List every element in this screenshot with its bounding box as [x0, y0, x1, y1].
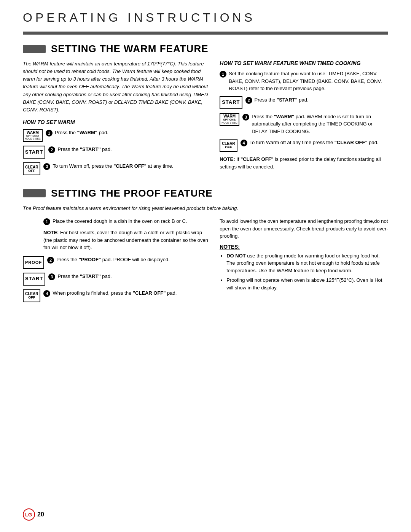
proof-note-1-text: DO NOT use the proofing mode for warming…	[226, 253, 380, 273]
timed-step-number-4: 4	[241, 140, 247, 146]
proof-notes-heading: NOTES:	[220, 244, 388, 250]
timed-step-number-2: 2	[245, 97, 252, 104]
warm-heading-bar	[23, 45, 46, 53]
proof-step-number-3: 3	[48, 273, 55, 280]
warm-col-right: HOW TO SET WARM FEATURE WHEN TIMED COOKI…	[220, 60, 388, 179]
page-title: OPERATING INSTRUCTIONS	[23, 11, 388, 25]
proof-step-4: CLEAR OFF 4 When proofing is finished, p…	[23, 289, 208, 302]
proof-note-2: Proofing will not operate when oven is a…	[226, 276, 388, 291]
warm-heading-text: SETTING THE WARM FEATURE	[51, 43, 209, 55]
warm-timed-step-3: WARM OPTIONS: HOLD 3 SEC 3 Press the "WA…	[220, 113, 388, 135]
step-number-1: 1	[46, 130, 53, 137]
warm-timed-step-2-content: 2 Press the "START" pad.	[245, 96, 388, 104]
warm-section-heading: SETTING THE WARM FEATURE	[23, 43, 388, 55]
step-number-2: 2	[48, 146, 55, 153]
proof-step-4-text: When proofing is finished, press the "CL…	[53, 289, 208, 297]
start-pad-button-3: START	[23, 273, 45, 286]
start-pad-button-2: START	[220, 96, 242, 109]
lg-logo: LG	[23, 508, 35, 521]
header-bar	[23, 32, 388, 35]
proof-two-col: 1 Place the covered dough in a dish in t…	[23, 218, 388, 306]
proof-step-1: 1 Place the covered dough in a dish in t…	[23, 218, 208, 225]
proof-step-number-1: 1	[43, 218, 50, 225]
proof-section-heading: SETTING THE PROOF FEATURE	[23, 187, 388, 199]
warm-timed-step-2-text: Press the "START" pad.	[255, 96, 388, 104]
warm-step-2-text: Press the "START" pad.	[57, 146, 208, 153]
clear-pad-button-2: CLEAR OFF	[220, 139, 237, 152]
warm-step-1-content: 1 Press the "WARM" pad.	[46, 129, 208, 137]
proof-notes-list: DO NOT use the proofing mode for warming…	[220, 252, 388, 292]
proof-right-text: To avoid lowering the oven temperature a…	[220, 218, 388, 240]
warm-timed-step-4-text: To turn Warm off at any time press the "…	[250, 139, 388, 146]
proof-step-3-text: Press the "START" pad.	[57, 273, 208, 280]
warm-step-1: WARM OPTIONS: HOLD 3 SEC 1 Press the "WA…	[23, 129, 208, 142]
warm-note: NOTE: If "CLEAR OFF" is pressed prior to…	[220, 156, 388, 170]
warm-timed-step-1-content: 1 Set the cooking feature that you want …	[220, 70, 388, 92]
warm-intro: The WARM feature will maintain an oven t…	[23, 60, 208, 114]
warm-timed-step-2: START 2 Press the "START" pad.	[220, 96, 388, 109]
proof-step-1-content: 1 Place the covered dough in a dish in t…	[43, 218, 208, 225]
warm-step-2: START 2 Press the "START" pad.	[23, 146, 208, 159]
warm-timed-step-1-text: Set the cooking feature that you want to…	[229, 70, 388, 92]
warm-step-1-text: Press the "WARM" pad.	[55, 129, 208, 137]
proof-note-1: DO NOT use the proofing mode for warming…	[226, 252, 388, 275]
warm-timed-heading: HOW TO SET WARM FEATURE WHEN TIMED COOKI…	[220, 60, 388, 66]
proof-step-2: PROOF 2 Press the "PROOF" pad. PROOF wil…	[23, 256, 208, 269]
proof-step-number-2: 2	[47, 257, 54, 264]
proof-step-number-4: 4	[43, 290, 50, 297]
warm-step-3-content: 3 To turn Warm off, press the "CLEAR OFF…	[43, 162, 208, 170]
proof-step-3-content: 3 Press the "START" pad.	[48, 273, 208, 280]
warm-two-col: The WARM feature will maintain an oven t…	[23, 60, 388, 179]
clear-pad-button-3: CLEAR OFF	[23, 289, 40, 302]
proof-col-left: 1 Place the covered dough in a dish in t…	[23, 218, 208, 306]
proof-note-2-text: Proofing will not operate when oven is a…	[226, 277, 382, 291]
proof-col-right: To avoid lowering the oven temperature a…	[220, 218, 388, 306]
proof-heading-bar	[23, 189, 46, 197]
start-pad-button-1: START	[23, 146, 45, 159]
warm-pad-button-1: WARM OPTIONS: HOLD 3 SEC	[23, 129, 43, 142]
proof-pad-button: PROOF	[23, 256, 44, 269]
timed-step-number-3: 3	[242, 114, 249, 121]
warm-col-left: The WARM feature will maintain an oven t…	[23, 60, 208, 179]
proof-step-1-note-text: NOTE: For best results, cover the dough …	[43, 229, 208, 251]
page-footer: LG 20	[23, 508, 44, 521]
proof-step-3: START 3 Press the "START" pad.	[23, 273, 208, 286]
warm-timed-step-1: 1 Set the cooking feature that you want …	[220, 70, 388, 92]
warm-step-3: CLEAR OFF 3 To turn Warm off, press the …	[23, 162, 208, 175]
proof-heading-text: SETTING THE PROOF FEATURE	[51, 187, 213, 199]
svg-text:LG: LG	[25, 512, 32, 518]
main-content: SETTING THE WARM FEATURE The WARM featur…	[0, 43, 411, 306]
warm-timed-step-3-content: 3 Press the "WARM" pad. WARM mode is set…	[242, 113, 388, 135]
step-number-3: 3	[43, 163, 50, 170]
timed-step-number-1: 1	[220, 71, 226, 78]
proof-step-2-content: 2 Press the "PROOF" pad. PROOF will be d…	[47, 256, 208, 264]
clear-pad-button-1: CLEAR OFF	[23, 162, 40, 175]
proof-step-4-content: 4 When proofing is finished, press the "…	[43, 289, 208, 297]
warm-timed-step-3-text: Press the "WARM" pad. WARM mode is set t…	[252, 113, 388, 135]
page-number: 20	[37, 511, 44, 518]
how-to-set-warm-heading: HOW TO SET WARM	[23, 119, 208, 125]
proof-step-1-note: NOTE: For best results, cover the dough …	[43, 229, 208, 251]
proof-intro: The Proof feature maintains a warm envir…	[23, 205, 388, 212]
proof-step-2-text: Press the "PROOF" pad. PROOF will be dis…	[56, 256, 208, 264]
warm-step-2-content: 2 Press the "START" pad.	[48, 146, 208, 153]
warm-pad-button-2: WARM OPTIONS: HOLD 3 SEC	[220, 113, 239, 126]
proof-step-1-text: Place the covered dough in a dish in the…	[53, 218, 208, 225]
warm-timed-step-4-content: 4 To turn Warm off at any time press the…	[241, 139, 388, 146]
page-header: OPERATING INSTRUCTIONS	[0, 0, 411, 29]
warm-step-3-text: To turn Warm off, press the "CLEAR OFF" …	[53, 162, 208, 170]
warm-timed-step-4: CLEAR OFF 4 To turn Warm off at any time…	[220, 139, 388, 152]
